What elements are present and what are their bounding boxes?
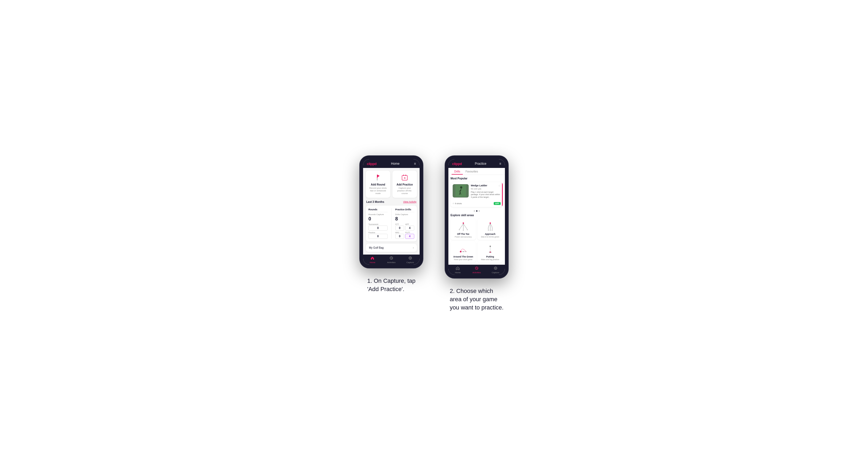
dot-3[interactable] xyxy=(478,210,480,212)
tab-favourites[interactable]: Favourites xyxy=(463,168,480,175)
featured-title: Wedge Ladder xyxy=(471,184,487,187)
phone1-section: clippd Home ≡ xyxy=(359,155,423,293)
featured-card-content: Wedge Ladder ☆ 50-100 yds Play 1 shot at… xyxy=(451,182,503,201)
drills-capture-value: 8 xyxy=(395,216,414,222)
svg-point-26 xyxy=(467,229,468,230)
stats-card: Rounds Rounds Capture 0 Tournament 0 xyxy=(366,206,417,242)
ott-value: 0 xyxy=(397,226,403,229)
putting-desc: Make and lag practice xyxy=(481,258,499,260)
putt-label: PUTT xyxy=(405,231,414,234)
skill-card-atg[interactable]: Around The Green Hone your short game xyxy=(451,242,476,262)
svg-point-15 xyxy=(460,186,462,188)
nav-activities-label: Activities xyxy=(387,261,396,263)
view-activity-link[interactable]: View Activity xyxy=(403,200,416,203)
phone2-menu-icon[interactable]: ≡ xyxy=(499,162,501,165)
app-box: 4 xyxy=(405,225,414,230)
home2-icon xyxy=(456,266,460,271)
drills-sub-row1: OTT 0 APP 4 xyxy=(395,223,414,230)
ott-desc: Power and accuracy xyxy=(455,236,472,238)
skill-card-ott[interactable]: Off The Tee Power and accuracy xyxy=(451,219,476,240)
capture2-icon xyxy=(494,266,497,271)
svg-point-27 xyxy=(490,222,491,224)
featured-footer: ○ 9 shots APP xyxy=(451,201,503,207)
tab-drills[interactable]: Drills xyxy=(452,168,463,175)
arg-label: ARG xyxy=(395,231,404,234)
practice-drills-col: Practice Drills Drills Capture 8 OTT 0 xyxy=(395,208,414,239)
dot-1[interactable] xyxy=(474,210,475,212)
activities2-icon xyxy=(475,266,478,271)
skill-grid: Off The Tee Power and accuracy xyxy=(451,219,503,262)
add-round-card[interactable]: Add Round Record your shots fast or enha… xyxy=(366,170,390,198)
ott-label: OTT xyxy=(395,223,404,225)
dots-row xyxy=(451,209,503,213)
app-badge: APP xyxy=(494,202,501,205)
putt-value: 4 xyxy=(407,235,413,238)
golf-bag-row[interactable]: My Golf Bag › xyxy=(366,244,417,252)
phone2-title: Practice xyxy=(475,162,486,165)
nav-home-label: Home xyxy=(370,261,375,263)
skill-card-approach[interactable]: Approach Dial-in to hit the green xyxy=(477,219,503,240)
featured-card[interactable]: Wedge Ladder ☆ 50-100 yds Play 1 shot at… xyxy=(451,182,503,207)
rounds-capture-label: Rounds Capture xyxy=(368,213,388,216)
svg-point-29 xyxy=(490,230,491,231)
rounds-sub-stats: Tournament 0 xyxy=(368,223,388,230)
dot-2[interactable] xyxy=(476,210,477,212)
star-icon[interactable]: ☆ xyxy=(498,184,501,187)
activities-icon xyxy=(390,256,393,261)
caption2: 2. Choose which area of your game you wa… xyxy=(450,287,503,312)
nav2-home[interactable]: Home xyxy=(448,266,467,274)
most-popular-title: Most Popular xyxy=(451,177,503,180)
accent-bar xyxy=(502,182,503,207)
svg-point-25 xyxy=(463,230,464,231)
shots-icon: ○ xyxy=(453,202,454,205)
rounds-title: Rounds xyxy=(368,208,388,212)
stats-row: Rounds Rounds Capture 0 Tournament 0 xyxy=(368,208,414,239)
practice-sub: Practice 0 xyxy=(368,231,388,239)
approach-title: Approach xyxy=(485,233,496,236)
nav-home[interactable]: Home xyxy=(363,256,382,263)
shots-info: ○ 9 shots xyxy=(453,202,462,205)
nav-activities[interactable]: Activities xyxy=(382,256,401,263)
phone1-home-content: Add Round Record your shots fast or enha… xyxy=(363,168,420,254)
rounds-capture-value: 0 xyxy=(368,216,388,222)
nav2-capture-label: Capture xyxy=(492,271,499,274)
add-practice-card[interactable]: + Add Practice Capture your practice off… xyxy=(393,170,417,198)
phone2: clippd Practice ≡ Drills Favourites xyxy=(445,155,509,279)
nav2-capture[interactable]: Capture xyxy=(486,266,505,274)
skill-card-putting[interactable]: Putting Make and lag practice xyxy=(477,242,503,262)
featured-desc: Play 1 shot at each target yardage. If y… xyxy=(471,191,501,198)
capture-icon xyxy=(408,256,412,261)
atg-title: Around The Green xyxy=(453,255,473,258)
ott-diagram xyxy=(457,221,470,231)
phone1-title: Home xyxy=(391,162,400,165)
phone2-header: clippd Practice ≡ xyxy=(448,159,505,168)
atg-desc: Hone your short game xyxy=(454,258,472,260)
practice-tabs: Drills Favourites xyxy=(448,168,505,175)
phone1-menu-icon[interactable]: ≡ xyxy=(414,162,416,165)
svg-rect-2 xyxy=(377,178,378,181)
svg-point-34 xyxy=(463,251,464,252)
svg-line-21 xyxy=(459,224,463,229)
practice-drills-title: Practice Drills xyxy=(395,208,414,212)
add-practice-title: Add Practice xyxy=(396,183,413,186)
add-round-icon xyxy=(374,173,382,182)
arg-box: 0 xyxy=(395,234,404,239)
add-round-desc: Record your shots fast or enhanced mode xyxy=(368,187,388,195)
svg-rect-4 xyxy=(403,175,404,176)
svg-point-30 xyxy=(492,230,493,231)
nav2-activities[interactable]: Activities xyxy=(467,266,486,274)
nav-capture[interactable]: Capture xyxy=(401,256,420,263)
svg-line-41 xyxy=(477,268,477,269)
putting-title: Putting xyxy=(486,255,494,258)
atg-diagram xyxy=(457,244,470,254)
app-sub: APP 4 xyxy=(405,223,414,230)
tournament-box: 0 xyxy=(368,225,388,230)
action-cards-row: Add Round Record your shots fast or enha… xyxy=(366,170,417,198)
add-practice-icon: + xyxy=(400,173,409,182)
rounds-col: Rounds Rounds Capture 0 Tournament 0 xyxy=(368,208,388,239)
last-months-label: Last 3 Months xyxy=(366,200,384,204)
putt-sub: PUTT 4 xyxy=(405,231,414,239)
practice-box: 0 xyxy=(368,234,388,239)
svg-point-35 xyxy=(490,246,491,247)
phone1-screen: clippd Home ≡ xyxy=(363,159,420,265)
